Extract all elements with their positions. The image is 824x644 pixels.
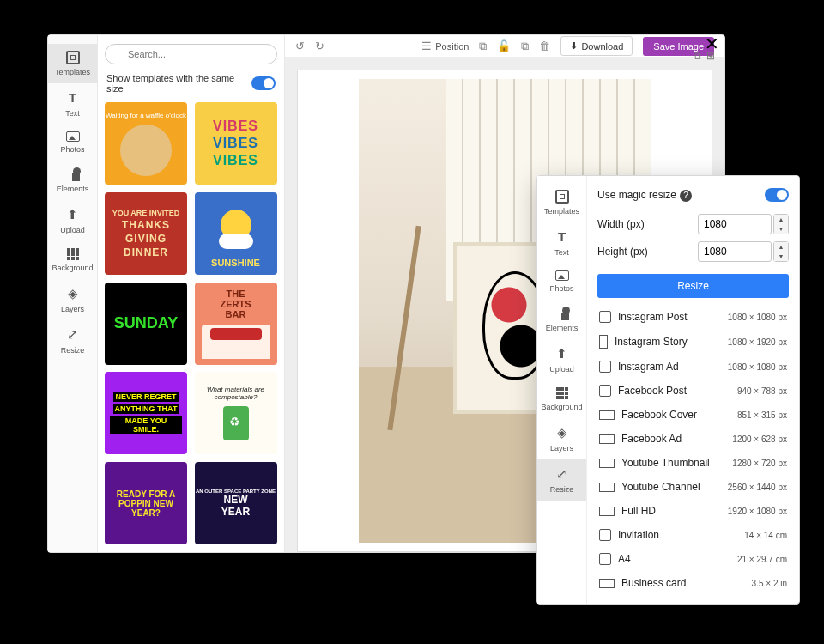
preset-shape-icon [599, 410, 615, 420]
rail-label: Text [65, 109, 80, 118]
rail-item-background[interactable]: Background [48, 241, 97, 279]
preset-name: Facebook Ad [621, 433, 682, 445]
rail-item-upload[interactable]: ⬆Upload [537, 339, 586, 380]
rail-item-elements[interactable]: Elements [48, 161, 97, 200]
width-input[interactable] [698, 214, 772, 234]
rail-item-resize[interactable]: ⤢ Resize [48, 320, 97, 361]
preset-name: Invitation [618, 529, 659, 541]
preset-shape-icon [599, 507, 615, 516]
chevron-up-icon[interactable]: ▲ [774, 215, 788, 224]
preset-dimensions: 2560 × 1440 px [728, 483, 787, 492]
rail-item-templates[interactable]: Templates [537, 183, 586, 222]
preset-item[interactable]: Youtube Channel2560 × 1440 px [597, 475, 789, 499]
preset-shape-icon [599, 434, 615, 444]
rail-item-templates[interactable]: Templates [48, 44, 97, 83]
preset-item[interactable]: Instagram Post1080 × 1080 px [597, 305, 789, 329]
resize-icon: ⤢ [554, 466, 570, 482]
rail-item-layers[interactable]: ◈Layers [537, 418, 586, 459]
crop-icon[interactable]: ⧉ [479, 39, 487, 53]
template-thumb[interactable]: What materials are compostable? [195, 372, 277, 454]
rail-item-text[interactable]: TText [537, 222, 586, 264]
trash-icon[interactable]: 🗑 [539, 39, 550, 52]
rail-item-layers[interactable]: ◈ Layers [48, 279, 97, 320]
template-thumb[interactable]: THEZERTSBAR [195, 283, 277, 365]
undo-icon[interactable]: ↺ [295, 39, 305, 52]
rail-item-photos[interactable]: Photos [537, 264, 586, 300]
preset-dimensions: 1080 × 1920 px [728, 337, 787, 347]
preset-shape-icon [599, 529, 611, 541]
rail-item-resize[interactable]: ⤢Resize [537, 459, 586, 501]
chevron-down-icon[interactable]: ▼ [774, 224, 788, 234]
template-thumb[interactable]: READY FOR APOPPIN NEWYEAR? [105, 462, 187, 544]
preset-item[interactable]: Full HD1920 × 1080 px [597, 499, 789, 523]
lock-icon[interactable]: 🔓 [497, 39, 511, 52]
preset-name: Youtube Thumbnail [621, 457, 710, 469]
chevron-up-icon[interactable]: ▲ [774, 242, 788, 252]
height-input[interactable] [698, 241, 772, 262]
preset-item[interactable]: Business card3.5 × 2 in [597, 571, 789, 595]
same-size-toggle[interactable] [251, 76, 276, 90]
layers-icon: ◈ [65, 286, 81, 301]
elements-icon [555, 307, 569, 320]
preset-shape-icon [599, 553, 611, 565]
thumb-caption: Waiting for a waffle o'clock [106, 112, 186, 119]
search-input[interactable] [105, 44, 277, 64]
preset-item[interactable]: Invitation14 × 14 cm [597, 523, 789, 547]
rail-item-elements[interactable]: Elements [537, 300, 586, 339]
preset-shape-icon [599, 311, 611, 323]
preset-name: A4 [618, 553, 631, 565]
text-icon: T [554, 229, 570, 245]
preset-name: Instagram Ad [618, 361, 679, 373]
preset-list[interactable]: Instagram Post1080 × 1080 pxInstagram St… [597, 305, 789, 604]
download-button[interactable]: ⬇Download [560, 36, 633, 56]
photos-icon [555, 270, 569, 281]
template-thumb[interactable]: VIBESVIBESVIBES [195, 102, 277, 185]
preset-dimensions: 1200 × 628 px [732, 434, 787, 444]
magic-resize-toggle[interactable] [765, 188, 789, 202]
templates-grid[interactable]: Waiting for a waffle o'clock VIBESVIBESV… [98, 102, 284, 552]
preset-item[interactable]: Facebook Cover851 × 315 px [597, 403, 789, 427]
preset-name: Business card [621, 577, 686, 589]
redo-icon[interactable]: ↻ [315, 39, 324, 52]
rail-item-photos[interactable]: Photos [48, 125, 97, 161]
position-button[interactable]: ☰Position [421, 39, 469, 52]
template-thumb[interactable]: SUNSHINE [195, 192, 277, 275]
width-stepper[interactable]: ▲▼ [773, 214, 789, 234]
template-thumb[interactable]: Waiting for a waffle o'clock [105, 102, 187, 185]
width-label: Width (px) [597, 218, 645, 230]
resize-button[interactable]: Resize [597, 274, 789, 298]
preset-dimensions: 3.5 × 2 in [752, 579, 787, 588]
same-size-toggle-label: Show templates with the same size [106, 73, 251, 94]
elements-icon [66, 167, 80, 181]
rail-item-text[interactable]: T Text [48, 83, 97, 125]
template-thumb[interactable]: AN OUTER SPACE PARTY ZONENEWYEAR [195, 462, 277, 544]
rail-item-background[interactable]: Background [537, 380, 586, 418]
preset-dimensions: 1920 × 1080 px [728, 507, 787, 516]
preset-name: Instagram Post [618, 311, 688, 323]
chevron-down-icon[interactable]: ▼ [774, 252, 788, 261]
rail-label: Resize [61, 346, 85, 355]
template-thumb[interactable]: NEVER REGRETANYTHING THATMADE YOU SMILE. [105, 372, 187, 454]
preset-item[interactable]: Instagram Ad1080 × 1080 px [597, 355, 789, 379]
template-thumb[interactable]: SUNDAY [105, 283, 187, 365]
photos-icon [66, 131, 80, 142]
copy-icon[interactable]: ⧉ [521, 39, 529, 53]
top-toolbar: ↺ ↻ ☰Position ⧉ 🔓 ⧉ 🗑 ⬇Download Save Ima… [285, 35, 724, 58]
rail-label: Photos [60, 145, 84, 154]
help-icon[interactable]: ? [680, 190, 692, 202]
text-icon: T [65, 90, 81, 106]
preset-item[interactable]: Youtube Thumbnail1280 × 720 px [597, 451, 789, 475]
rail-label: Background [52, 264, 93, 272]
preset-item[interactable]: Facebook Post940 × 788 px [597, 379, 789, 403]
preset-dimensions: 940 × 788 px [737, 386, 787, 396]
rail-item-upload[interactable]: ⬆ Upload [48, 200, 97, 241]
template-thumb[interactable]: YOU ARE INVITEDTHANKSGIVINGDINNER [105, 192, 187, 275]
add-page-icon[interactable]: ⊞ [706, 50, 715, 62]
preset-item[interactable]: Facebook Ad1200 × 628 px [597, 427, 789, 451]
preset-item[interactable]: A421 × 29.7 cm [597, 547, 789, 571]
preset-item[interactable]: Instagram Story1080 × 1920 px [597, 329, 789, 355]
rail-label: Layers [61, 305, 84, 313]
height-stepper[interactable]: ▲▼ [773, 241, 789, 262]
preset-shape-icon [599, 483, 615, 492]
duplicate-page-icon[interactable]: ⧉ [694, 50, 701, 62]
